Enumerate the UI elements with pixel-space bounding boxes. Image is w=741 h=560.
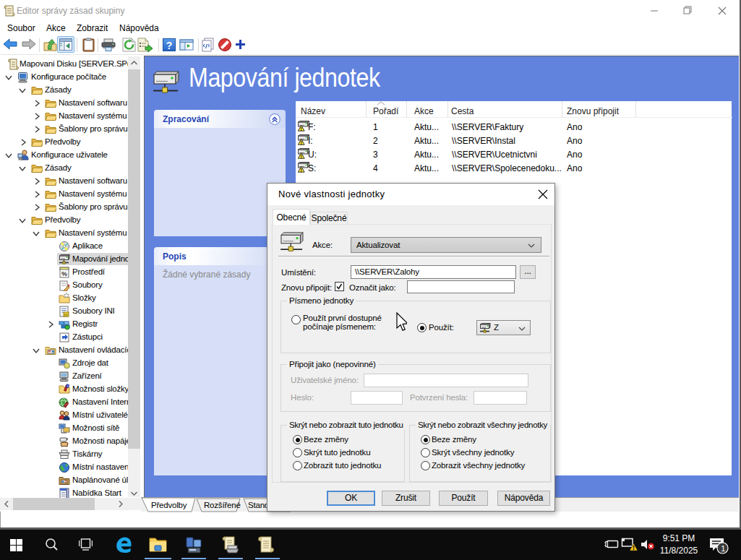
svg-text:Předvolby: Předvolby	[151, 501, 187, 509]
svg-text:Rozšířené: Rozšířené	[204, 501, 241, 509]
svg-text:1: 1	[721, 544, 725, 553]
